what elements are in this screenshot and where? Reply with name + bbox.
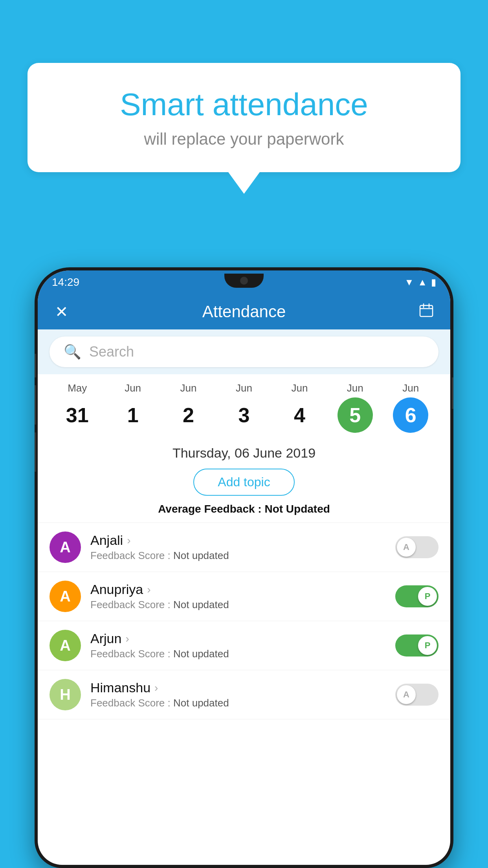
average-feedback: Average Feedback : Not Updated <box>38 503 450 522</box>
calendar-date: 5 <box>338 397 373 433</box>
calendar-day-1[interactable]: Jun1 <box>113 382 152 433</box>
search-bar[interactable]: 🔍 Search <box>50 337 438 367</box>
calendar-date: 6 <box>393 397 428 433</box>
chevron-right-icon: › <box>154 682 158 694</box>
calendar-icon[interactable] <box>416 302 436 322</box>
student-name-text: Arjun <box>90 631 121 646</box>
power-button <box>452 377 453 409</box>
signal-icon: ▲ <box>418 277 427 288</box>
student-avatar: H <box>50 679 81 710</box>
volume-down-button <box>35 385 36 425</box>
calendar-strip: May31Jun1Jun2Jun3Jun4Jun5Jun6 <box>38 374 450 437</box>
chevron-right-icon: › <box>125 633 129 645</box>
phone-frame: 14:29 ▼ ▲ ▮ ✕ Attendance 🔍 <box>35 267 453 868</box>
calendar-date: 31 <box>60 397 95 433</box>
search-icon: 🔍 <box>64 344 81 360</box>
search-bar-container: 🔍 Search <box>38 329 450 374</box>
toggle-circle: A <box>397 685 416 704</box>
phone-screen: 14:29 ▼ ▲ ▮ ✕ Attendance 🔍 <box>38 270 450 865</box>
feedback-value: Not updated <box>173 550 229 561</box>
close-icon[interactable]: ✕ <box>52 303 72 321</box>
student-avatar: A <box>50 630 81 661</box>
student-feedback: Feedback Score : Not updated <box>90 648 395 660</box>
camera <box>240 277 248 285</box>
speech-bubble-arrow <box>228 172 260 194</box>
calendar-day-5[interactable]: Jun5 <box>336 382 375 433</box>
student-item[interactable]: AAnjali›Feedback Score : Not updatedA <box>38 523 450 572</box>
toggle-circle: A <box>397 538 416 557</box>
student-feedback: Feedback Score : Not updated <box>90 697 395 709</box>
silent-button <box>35 432 36 472</box>
calendar-month: May <box>68 382 87 394</box>
toggle-circle: P <box>418 636 437 655</box>
chevron-right-icon: › <box>147 583 150 596</box>
speech-bubble: Smart attendance will replace your paper… <box>28 63 460 172</box>
app-bar: ✕ Attendance <box>38 294 450 329</box>
student-name: Himanshu› <box>90 680 395 695</box>
feedback-value: Not Updated <box>264 503 330 515</box>
calendar-month: Jun <box>180 382 197 394</box>
student-info: Anjali›Feedback Score : Not updated <box>90 533 395 562</box>
student-avatar: A <box>50 581 81 612</box>
attendance-toggle[interactable]: P <box>395 634 438 657</box>
student-avatar: A <box>50 531 81 563</box>
student-info: Arjun›Feedback Score : Not updated <box>90 631 395 660</box>
notch <box>224 274 264 288</box>
feedback-value: Not updated <box>173 599 229 611</box>
calendar-date: 3 <box>226 397 262 433</box>
student-feedback: Feedback Score : Not updated <box>90 599 395 611</box>
feedback-value: Not updated <box>173 697 229 709</box>
calendar-month: Jun <box>402 382 419 394</box>
student-name: Arjun› <box>90 631 395 646</box>
svg-rect-0 <box>420 305 433 316</box>
student-item[interactable]: HHimanshu›Feedback Score : Not updatedA <box>38 670 450 719</box>
attendance-toggle[interactable]: P <box>395 585 438 607</box>
calendar-month: Jun <box>291 382 308 394</box>
volume-up-button <box>35 354 36 377</box>
student-name-text: Himanshu <box>90 680 150 695</box>
date-header: Thursday, 06 June 2019 <box>38 437 450 465</box>
status-time: 14:29 <box>52 276 79 289</box>
feedback-value: Not updated <box>173 648 229 660</box>
student-item[interactable]: AAnupriya›Feedback Score : Not updatedP <box>38 572 450 621</box>
calendar-day-6[interactable]: Jun6 <box>391 382 430 433</box>
toggle-circle: P <box>418 587 437 606</box>
speech-bubble-subtitle: will replace your paperwork <box>59 130 429 149</box>
attendance-toggle[interactable]: A <box>395 684 438 706</box>
student-info: Anupriya›Feedback Score : Not updated <box>90 582 395 611</box>
calendar-day-2[interactable]: Jun2 <box>169 382 208 433</box>
calendar-date: 1 <box>115 397 150 433</box>
attendance-toggle[interactable]: A <box>395 536 438 558</box>
calendar-month: Jun <box>236 382 252 394</box>
feedback-label: Average Feedback : <box>158 503 264 515</box>
calendar-day-3[interactable]: Jun3 <box>224 382 264 433</box>
calendar-month: Jun <box>125 382 141 394</box>
speech-bubble-container: Smart attendance will replace your paper… <box>28 63 460 194</box>
calendar-day-4[interactable]: Jun4 <box>280 382 319 433</box>
student-name-text: Anupriya <box>90 582 143 597</box>
chevron-right-icon: › <box>127 534 130 547</box>
add-topic-button[interactable]: Add topic <box>193 469 294 496</box>
student-list: AAnjali›Feedback Score : Not updatedAAAn… <box>38 522 450 719</box>
calendar-date: 4 <box>282 397 317 433</box>
wifi-icon: ▼ <box>404 277 414 288</box>
student-name-text: Anjali <box>90 533 123 548</box>
content-area: Thursday, 06 June 2019 Add topic Average… <box>38 437 450 522</box>
search-placeholder: Search <box>89 344 134 360</box>
calendar-month: Jun <box>347 382 363 394</box>
student-info: Himanshu›Feedback Score : Not updated <box>90 680 395 709</box>
student-name: Anupriya› <box>90 582 395 597</box>
app-bar-title: Attendance <box>72 302 416 321</box>
student-item[interactable]: AArjun›Feedback Score : Not updatedP <box>38 621 450 670</box>
speech-bubble-title: Smart attendance <box>59 86 429 123</box>
student-name: Anjali› <box>90 533 395 548</box>
student-feedback: Feedback Score : Not updated <box>90 550 395 562</box>
calendar-date: 2 <box>171 397 206 433</box>
calendar-day-0[interactable]: May31 <box>58 382 97 433</box>
status-icons: ▼ ▲ ▮ <box>404 277 436 288</box>
battery-icon: ▮ <box>431 277 436 288</box>
